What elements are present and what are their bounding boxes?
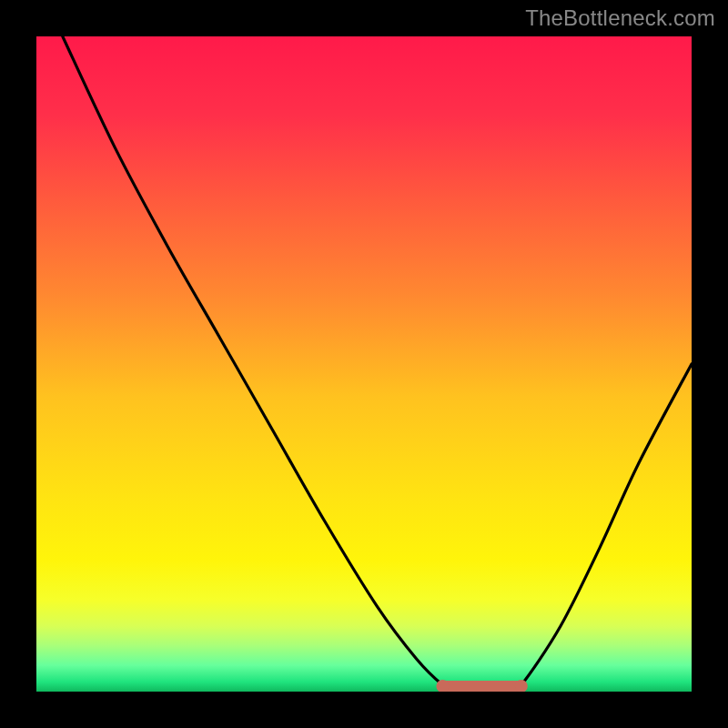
bottleneck-curve xyxy=(36,36,692,692)
chart-container: TheBottleneck.com xyxy=(0,0,728,728)
plot-area xyxy=(36,36,692,692)
watermark-text: TheBottleneck.com xyxy=(525,5,715,31)
